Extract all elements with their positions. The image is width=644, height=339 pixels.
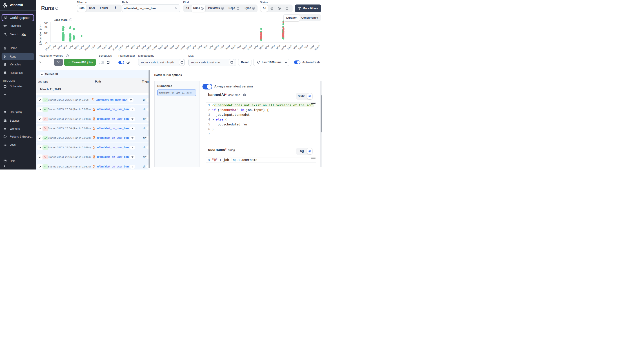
svg-text:7PM: 7PM: [270, 44, 276, 50]
svg-text:5AM: 5AM: [230, 44, 236, 50]
svg-text:7AM: 7AM: [236, 44, 242, 50]
svg-text:3AM: 3AM: [292, 44, 298, 50]
svg-text:4AM: 4AM: [96, 44, 102, 50]
svg-text:6PM: 6PM: [135, 44, 141, 50]
svg-text:2PM: 2PM: [57, 44, 62, 50]
svg-text:10AM: 10AM: [112, 44, 119, 51]
svg-text:5PM: 5PM: [264, 44, 270, 50]
svg-text:12PM: 12PM: [118, 44, 124, 51]
svg-text:11AM: 11AM: [246, 44, 253, 51]
svg-text:12AM: 12AM: [151, 44, 158, 51]
svg-text:6PM: 6PM: [68, 44, 74, 50]
svg-text:11PM: 11PM: [213, 44, 219, 51]
svg-text:6AM: 6AM: [102, 44, 108, 50]
svg-text:11PM: 11PM: [280, 44, 287, 51]
svg-text:7AM: 7AM: [303, 44, 309, 50]
svg-text:11AM: 11AM: [179, 44, 186, 51]
svg-text:5PM: 5PM: [197, 44, 203, 50]
svg-text:100: 100: [44, 32, 48, 35]
svg-text:10AM: 10AM: [45, 44, 52, 51]
svg-text:10PM: 10PM: [146, 44, 152, 51]
svg-text:1PM: 1PM: [186, 44, 192, 50]
svg-text:20: 20: [46, 41, 48, 45]
svg-text:1AM: 1AM: [219, 44, 225, 50]
svg-text:3AM: 3AM: [225, 44, 230, 50]
svg-text:4PM: 4PM: [62, 44, 68, 50]
svg-text:12PM: 12PM: [50, 44, 57, 51]
svg-text:5AM: 5AM: [163, 44, 169, 50]
svg-text:11AM: 11AM: [314, 44, 320, 51]
svg-text:7AM: 7AM: [169, 44, 174, 50]
svg-text:3AM: 3AM: [158, 44, 163, 50]
svg-text:300: 300: [44, 26, 48, 29]
svg-text:1PM: 1PM: [253, 44, 259, 50]
svg-text:10PM: 10PM: [78, 44, 85, 51]
svg-text:1AM: 1AM: [287, 44, 292, 50]
svg-text:12AM: 12AM: [84, 44, 90, 51]
svg-text:3PM: 3PM: [192, 44, 197, 50]
svg-text:600: 600: [44, 22, 48, 25]
svg-text:2PM: 2PM: [124, 44, 130, 50]
svg-text:5AM: 5AM: [298, 44, 304, 50]
svg-text:2AM: 2AM: [90, 44, 96, 50]
svg-text:7PM: 7PM: [203, 44, 208, 50]
svg-text:3PM: 3PM: [259, 44, 264, 50]
svg-text:4PM: 4PM: [130, 44, 135, 50]
